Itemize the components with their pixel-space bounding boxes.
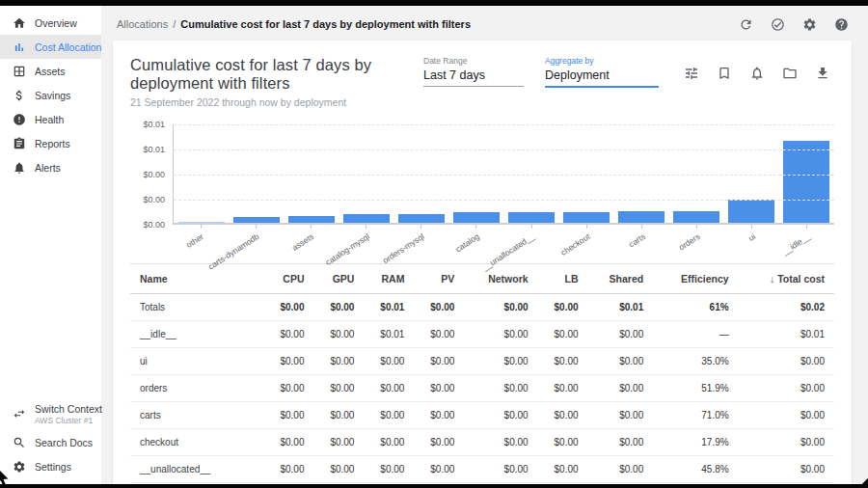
sidebar-item-cost-allocation[interactable]: Cost Allocation — [0, 35, 101, 59]
folder-icon[interactable] — [778, 62, 801, 85]
cell-name: checkout — [130, 429, 264, 456]
sidebar-item-reports[interactable]: Reports — [0, 131, 101, 155]
cell-cpu: $0.00 — [264, 375, 314, 402]
table-row-totals[interactable]: Totals$0.00$0.00$0.01$0.00$0.00$0.00$0.0… — [130, 294, 834, 321]
column-header-lb[interactable]: LB — [538, 264, 588, 294]
cell-name: Totals — [130, 294, 264, 321]
refresh-icon[interactable] — [734, 13, 757, 36]
aggregate-by-label: Aggregate by — [545, 56, 659, 66]
bar-catalog[interactable] — [453, 212, 500, 223]
bar-slot — [724, 124, 779, 223]
sidebar-item-overview[interactable]: Overview — [0, 11, 101, 35]
x-axis-category-label: carts — [627, 231, 647, 249]
column-header-ram[interactable]: RAM — [364, 264, 414, 294]
date-range-value: Last 7 days — [423, 68, 524, 87]
sidebar-bottom-nav: Switch ContextAWS Cluster #1Search DocsS… — [0, 397, 101, 478]
column-header-network[interactable]: Network — [464, 264, 537, 294]
y-axis-tick-label: $0.01 — [143, 145, 165, 154]
cell-network: $0.00 — [464, 294, 537, 321]
column-header-total-cost[interactable]: ↓ Total cost — [739, 264, 834, 294]
chart-x-axis: othercarts-dynamodbassetscatalog-mysqlor… — [173, 225, 834, 258]
bookmark-icon[interactable] — [713, 62, 736, 85]
bar-ui[interactable] — [728, 200, 774, 223]
cell-cpu: $0.00 — [264, 456, 314, 483]
screen-corner-artifact — [854, 476, 868, 488]
sidebar-item-label: Reports — [35, 138, 70, 149]
sidebar-item-settings[interactable]: Settings — [0, 454, 101, 478]
chart-gridline — [174, 175, 834, 176]
error-icon — [13, 113, 26, 126]
bar-idle[interactable] — [783, 141, 829, 223]
cell-name: __idle__ — [130, 321, 264, 348]
cell-ram: $0.00 — [364, 456, 414, 483]
cell-efficiency: — — [653, 321, 738, 348]
date-range-label: Date Range — [423, 56, 524, 66]
sidebar-item-savings[interactable]: Savings — [0, 83, 101, 107]
bar-slot — [779, 124, 834, 223]
cell-name: orders — [130, 375, 264, 402]
sidebar-item-switch-context[interactable]: Switch ContextAWS Cluster #1 — [0, 397, 101, 430]
table-row-carts[interactable]: carts$0.00$0.00$0.00$0.00$0.00$0.00$0.00… — [130, 402, 834, 429]
tune-icon[interactable] — [680, 62, 703, 85]
table-row-checkout[interactable]: checkout$0.00$0.00$0.00$0.00$0.00$0.00$0… — [130, 429, 834, 456]
cell-network: $0.00 — [464, 375, 537, 402]
cell-total-cost: $0.00 — [739, 429, 834, 456]
chart-gridline — [174, 149, 834, 150]
sidebar-item-label: Assets — [35, 66, 66, 77]
sidebar-item-label: Settings — [35, 461, 71, 473]
cell-pv: $0.00 — [414, 321, 464, 348]
table-row-unallocated[interactable]: __unallocated__$0.00$0.00$0.00$0.00$0.00… — [130, 456, 834, 483]
bar-orders-mysql[interactable] — [398, 214, 445, 223]
aggregate-by-value: Deployment — [545, 68, 659, 88]
x-axis-category-label: checkout — [558, 231, 591, 258]
date-range-select[interactable]: Date Range Last 7 days — [423, 56, 524, 87]
help-icon[interactable] — [829, 13, 853, 36]
table-row-orders[interactable]: orders$0.00$0.00$0.00$0.00$0.00$0.00$0.0… — [130, 375, 834, 402]
sidebar-item-search-docs[interactable]: Search Docs — [0, 430, 101, 454]
cell-network: $0.00 — [464, 402, 537, 429]
column-header-shared[interactable]: Shared — [588, 264, 654, 294]
column-header-name[interactable]: Name — [130, 264, 264, 294]
chart-bars — [174, 124, 834, 223]
mouse-cursor — [0, 469, 11, 488]
sidebar-item-assets[interactable]: Assets — [0, 59, 101, 83]
sidebar-item-label: Savings — [35, 90, 70, 101]
download-icon[interactable] — [811, 62, 834, 85]
bar-assets[interactable] — [288, 216, 335, 223]
cell-shared: $0.00 — [588, 429, 654, 456]
bar-other[interactable] — [178, 222, 225, 223]
column-header-cpu[interactable]: CPU — [264, 264, 314, 294]
bell-outline-icon[interactable] — [746, 62, 769, 85]
cell-efficiency: 61% — [653, 294, 738, 321]
breadcrumb-allocations-link[interactable]: Allocations — [117, 18, 168, 30]
bar-carts-dynamodb[interactable] — [233, 217, 280, 223]
cell-cpu: $0.00 — [264, 348, 314, 375]
sidebar-item-health[interactable]: Health — [0, 107, 101, 131]
table-row-idle[interactable]: __idle__$0.00$0.00$0.01$0.00$0.00$0.00$0… — [130, 321, 834, 348]
cell-name: ui — [130, 348, 264, 375]
bar-carts[interactable] — [618, 211, 665, 224]
page-subtitle: 21 September 2022 through now by deploym… — [130, 96, 423, 108]
column-header-pv[interactable]: PV — [414, 264, 464, 294]
x-tick: other — [173, 225, 228, 258]
breadcrumb: Allocations / Cumulative cost for last 7… — [117, 18, 471, 30]
sidebar-item-alerts[interactable]: Alerts — [0, 155, 101, 179]
bar-orders[interactable] — [673, 211, 719, 224]
chart-gridline — [174, 124, 834, 125]
bar-slot — [614, 124, 669, 223]
table-row-ui[interactable]: ui$0.00$0.00$0.00$0.00$0.00$0.00$0.0035.… — [130, 348, 834, 375]
sort-descending-icon: ↓ — [770, 273, 777, 285]
gear-icon[interactable] — [798, 13, 821, 36]
check-circle-icon[interactable] — [766, 13, 789, 36]
aggregate-by-select[interactable]: Aggregate by Deployment — [545, 56, 659, 88]
bar-catalog-mysql[interactable] — [343, 214, 390, 223]
column-header-gpu[interactable]: GPU — [313, 264, 364, 294]
bar-checkout[interactable] — [563, 212, 610, 223]
sidebar-item-sublabel: AWS Cluster #1 — [35, 416, 102, 425]
column-header-efficiency[interactable]: Efficiency — [653, 264, 738, 294]
bar-unallocated[interactable] — [508, 212, 555, 223]
cell-pv: $0.00 — [414, 456, 464, 483]
cell-total-cost: $0.00 — [739, 456, 834, 483]
screen-bottom-bezel — [0, 484, 868, 488]
y-axis-tick-label: $0.00 — [143, 220, 165, 230]
